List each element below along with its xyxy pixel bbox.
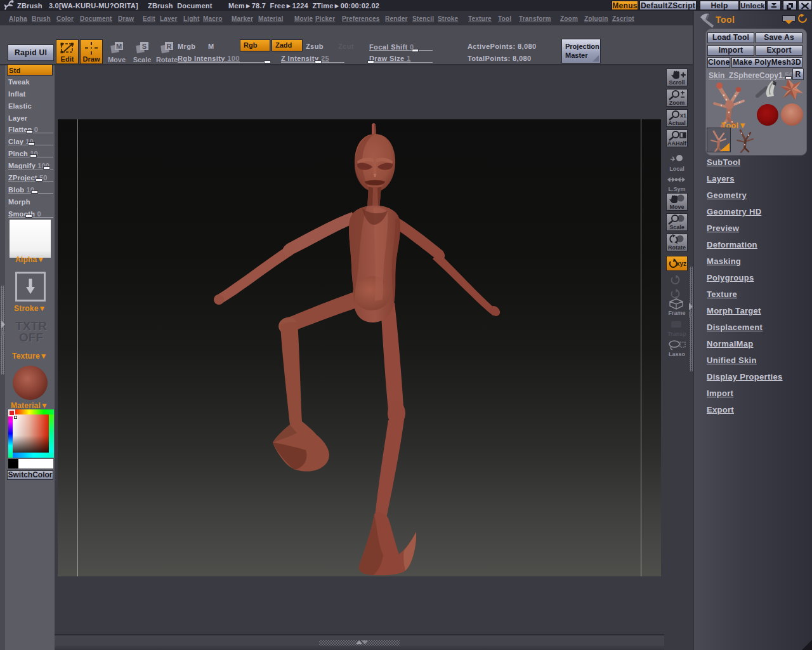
svg-text:S: S bbox=[142, 43, 147, 50]
svg-text:M: M bbox=[116, 43, 122, 50]
svg-text:R: R bbox=[167, 43, 172, 50]
svg-text:x1: x1 bbox=[680, 112, 686, 119]
